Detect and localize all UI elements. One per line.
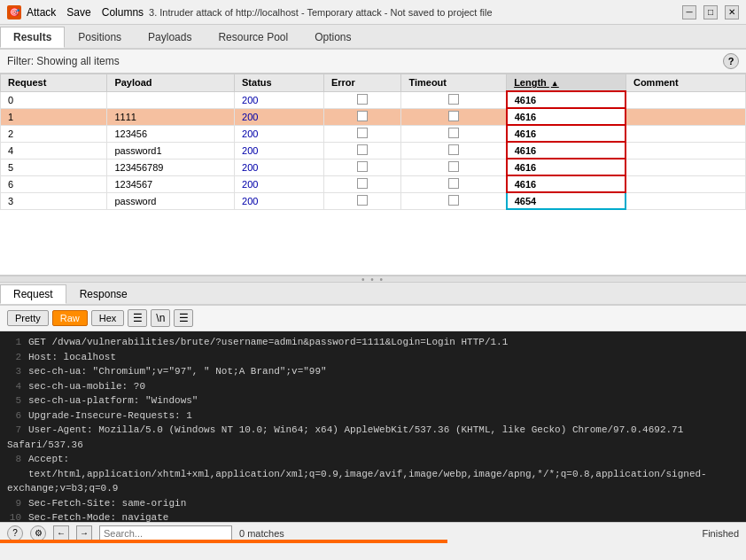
cell-error-checkbox[interactable]	[357, 161, 368, 172]
results-table-area: Request Payload Status Error Timeout Len…	[0, 74, 746, 276]
request-line: 8Accept:	[7, 452, 739, 467]
cell-timeout-checkbox[interactable]	[448, 195, 459, 206]
cell-comment	[626, 192, 745, 209]
table-row[interactable]: 612345672004616	[1, 175, 746, 192]
line-text: GET /dvwa/vulnerabilities/brute/?usernam…	[28, 337, 508, 347]
menu-columns[interactable]: Columns	[102, 6, 144, 19]
cell-error[interactable]	[323, 175, 401, 192]
bottom-tabs: Request Response	[0, 283, 746, 306]
tab-results[interactable]: Results	[0, 27, 65, 48]
request-line: 9Sec-Fetch-Site: same-origin	[7, 496, 739, 511]
list-icon-button[interactable]: ☰	[174, 309, 193, 327]
cell-timeout[interactable]	[401, 175, 507, 192]
request-line: 7User-Agent: Mozilla/5.0 (Windows NT 10.…	[7, 423, 739, 452]
cell-timeout[interactable]	[401, 142, 507, 159]
cell-comment	[626, 142, 745, 159]
cell-error-checkbox[interactable]	[357, 178, 368, 189]
back-button[interactable]: ←	[53, 525, 69, 541]
cell-request: 0	[1, 91, 107, 108]
cell-status: 200	[235, 108, 324, 125]
line-text: text/html,application/xhtml+xml,applicat…	[7, 469, 707, 494]
line-number: 2	[7, 350, 21, 365]
cell-payload: 1234567	[107, 175, 235, 192]
cell-timeout-checkbox[interactable]	[448, 111, 459, 121]
filter-bar: Filter: Showing all items ?	[0, 50, 746, 74]
table-row[interactable]: 3password2004654	[1, 192, 746, 209]
cell-timeout[interactable]	[401, 125, 507, 142]
col-length[interactable]: Length ▲	[507, 74, 626, 92]
col-request[interactable]: Request	[1, 74, 107, 92]
cell-timeout-checkbox[interactable]	[448, 94, 459, 105]
cell-error[interactable]	[323, 142, 401, 159]
hex-button[interactable]: Hex	[91, 310, 125, 326]
cell-error-checkbox[interactable]	[357, 94, 368, 105]
cell-timeout-checkbox[interactable]	[448, 128, 459, 138]
col-comment[interactable]: Comment	[626, 74, 745, 92]
raw-button[interactable]: Raw	[52, 310, 88, 326]
pretty-button[interactable]: Pretty	[7, 310, 49, 326]
cell-length: 4616	[507, 125, 626, 142]
tab-resource-pool[interactable]: Resource Pool	[205, 27, 301, 48]
cell-length: 4616	[507, 91, 626, 108]
tab-response[interactable]: Response	[66, 284, 141, 304]
forward-button[interactable]: →	[76, 525, 92, 541]
cell-timeout[interactable]	[401, 159, 507, 175]
line-number: 9	[7, 496, 21, 511]
cell-error-checkbox[interactable]	[357, 128, 368, 138]
cell-timeout[interactable]	[401, 91, 507, 108]
cell-length: 4654	[507, 192, 626, 209]
request-line: 4sec-ch-ua-mobile: ?0	[7, 379, 739, 394]
settings-button[interactable]: ⚙	[30, 525, 46, 541]
tab-options[interactable]: Options	[301, 27, 364, 48]
newline-icon-button[interactable]: \n	[151, 309, 170, 327]
tab-positions[interactable]: Positions	[65, 27, 135, 48]
menu-save[interactable]: Save	[66, 6, 90, 19]
cell-error-checkbox[interactable]	[357, 195, 368, 206]
cell-error[interactable]	[323, 108, 401, 125]
line-number: 1	[7, 335, 21, 350]
cell-comment	[626, 108, 745, 125]
cell-error[interactable]	[323, 91, 401, 108]
close-button[interactable]: ✕	[725, 5, 739, 19]
panel-splitter[interactable]: • • •	[0, 276, 746, 283]
cell-timeout[interactable]	[401, 108, 507, 125]
cell-request: 1	[1, 108, 107, 125]
cell-error-checkbox[interactable]	[357, 144, 368, 155]
tab-payloads[interactable]: Payloads	[135, 27, 205, 48]
filter-help-button[interactable]: ?	[723, 53, 739, 69]
status-help-button[interactable]: ?	[7, 525, 23, 541]
table-row[interactable]: 51234567892004616	[1, 159, 746, 175]
tab-request[interactable]: Request	[0, 284, 66, 304]
progress-bar-container	[0, 540, 746, 543]
render-icon-button[interactable]: ☰	[128, 309, 147, 327]
maximize-button[interactable]: □	[703, 5, 718, 19]
search-input[interactable]	[104, 528, 210, 539]
col-timeout[interactable]: Timeout	[401, 74, 507, 92]
menu-attack[interactable]: Attack	[27, 6, 56, 19]
table-row[interactable]: 02004616	[1, 91, 746, 108]
cell-status: 200	[235, 159, 324, 175]
cell-error[interactable]	[323, 125, 401, 142]
table-row[interactable]: 21234562004616	[1, 125, 746, 142]
col-status[interactable]: Status	[235, 74, 324, 92]
cell-error[interactable]	[323, 192, 401, 209]
cell-timeout-checkbox[interactable]	[448, 161, 459, 172]
col-payload[interactable]: Payload	[107, 74, 235, 92]
request-line: 1GET /dvwa/vulnerabilities/brute/?userna…	[7, 335, 739, 350]
minimize-button[interactable]: ─	[682, 5, 696, 19]
status-text: Finished	[702, 528, 739, 539]
cell-payload: 123456	[107, 125, 235, 142]
cell-comment	[626, 175, 745, 192]
table-row[interactable]: 111112004616	[1, 108, 746, 125]
cell-payload: password1	[107, 142, 235, 159]
cell-timeout-checkbox[interactable]	[448, 144, 459, 155]
cell-error-checkbox[interactable]	[357, 111, 368, 121]
cell-timeout-checkbox[interactable]	[448, 178, 459, 189]
line-number: 3	[7, 364, 21, 379]
search-box[interactable]	[99, 525, 232, 541]
cell-timeout[interactable]	[401, 192, 507, 209]
table-row[interactable]: 4password12004616	[1, 142, 746, 159]
line-text: User-Agent: Mozilla/5.0 (Windows NT 10.0…	[7, 424, 683, 450]
col-error[interactable]: Error	[323, 74, 401, 92]
cell-error[interactable]	[323, 159, 401, 175]
